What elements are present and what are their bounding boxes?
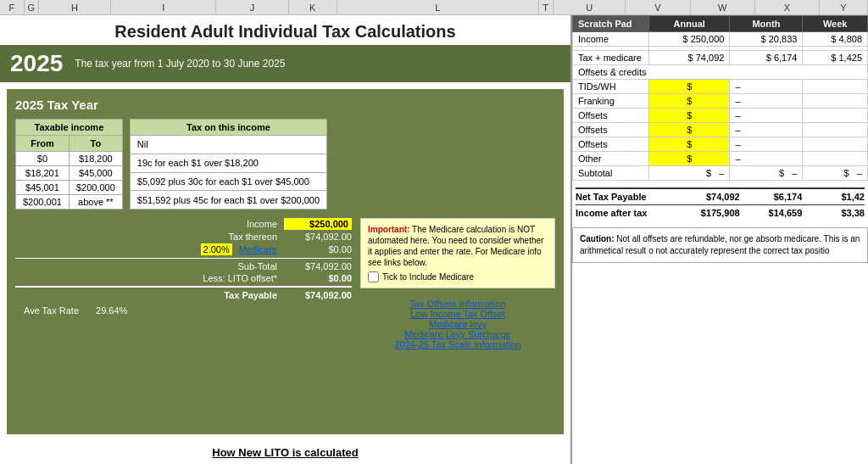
- calculation-area: Income $250,000 Tax thereon $74,092.00 2…: [15, 218, 555, 349]
- tax-year-card: 2025 Tax Year Taxable income From To $0$…: [7, 89, 564, 434]
- after-month: $14,659: [743, 208, 802, 218]
- franking-label: Franking: [573, 94, 649, 109]
- table-row: 19c for each $1 over $18,200: [130, 154, 326, 172]
- net-tax-section: Net Tax Payable $74,092 $6,174 $1,42 Inc…: [572, 187, 868, 221]
- net-week: $1,42: [805, 192, 865, 202]
- notice-box: Important: The Medicare calculation is N…: [360, 218, 555, 288]
- col-j: J: [216, 0, 289, 14]
- table-row: $51,592 plus 45c for each $1 over $200,0…: [130, 191, 326, 210]
- ave-tax-row: Ave Tax Rate 29.64%: [15, 305, 352, 316]
- income-row: Income $250,000: [15, 218, 352, 230]
- subtotal-month: $ –: [730, 166, 803, 181]
- subtotal-scratch-row: Subtotal $ – $ – $ –: [573, 166, 868, 181]
- other-row: Other $ –: [573, 152, 868, 166]
- offsets3-dollar[interactable]: $: [649, 137, 730, 152]
- tids-dollar[interactable]: $: [649, 80, 730, 94]
- annual-header: Annual: [649, 16, 730, 32]
- offsets1-dash: –: [730, 109, 803, 123]
- after-annual: $175,908: [681, 208, 740, 218]
- year-subtitle: The tax year from 1 July 2020 to 30 June…: [75, 58, 285, 70]
- col-v: V: [626, 0, 690, 14]
- franking-row: Franking $ –: [573, 94, 868, 109]
- link-tax-scale[interactable]: 2024-25 Tax Scale Information: [360, 339, 555, 349]
- medicare-row: 2.00% Medicare $0.00: [15, 243, 352, 255]
- tax-payable-row: Tax Payable $74,092.00: [15, 290, 352, 300]
- col-l: L: [337, 0, 539, 14]
- tax-week: $ 1,425: [803, 51, 868, 65]
- link-medicare-levy[interactable]: Medicare levy: [360, 319, 555, 329]
- offsets3-dash: –: [730, 137, 803, 152]
- lito-label: Less: LITO offset*: [203, 273, 277, 283]
- income-value[interactable]: $250,000: [284, 218, 352, 230]
- notice-bold: Important:: [368, 225, 409, 234]
- link-medicare-surcharge[interactable]: Medicare Levy Surcharge: [360, 329, 555, 339]
- left-spreadsheet-area: Resident Adult Individual Tax Calculatio…: [0, 15, 572, 464]
- franking-dollar[interactable]: $: [649, 94, 730, 109]
- tids-label: TIDs/WH: [573, 80, 649, 94]
- tids-dash: –: [730, 80, 803, 94]
- offsets1-row: Offsets $ –: [573, 109, 868, 123]
- offsets1-label: Offsets: [573, 109, 649, 123]
- income-scratch-label: Income: [573, 32, 649, 47]
- medicare-checkbox-row[interactable]: Tick to Include Medicare: [368, 271, 548, 282]
- net-tax-label: Net Tax Payable: [576, 192, 677, 202]
- tax-payable-value: $74,092.00: [284, 290, 352, 300]
- to-header: To: [69, 136, 122, 152]
- caution-text: Not all offsets are refundable, nor ge a…: [580, 234, 860, 255]
- medicare-percent[interactable]: 2.00%: [201, 243, 232, 255]
- caution-bold: Caution:: [580, 234, 615, 243]
- offsets3-label: Offsets: [573, 137, 649, 152]
- medicare-value: $0.00: [284, 244, 352, 254]
- week-header: Week: [803, 16, 868, 32]
- calc-left-panel: Income $250,000 Tax thereon $74,092.00 2…: [15, 218, 352, 349]
- subtotal-annual: $ –: [649, 166, 730, 181]
- subtotal-label: Sub-Total: [238, 261, 277, 271]
- year-number: 2025: [10, 50, 63, 77]
- col-k: K: [289, 0, 337, 14]
- lito-row: Less: LITO offset* $0.00: [15, 273, 352, 283]
- tids-row: TIDs/WH $ –: [573, 80, 868, 94]
- income-week: $ 4,808: [803, 32, 868, 47]
- offsets2-label: Offsets: [573, 123, 649, 137]
- medicare-checkbox-label: Tick to Include Medicare: [382, 271, 474, 282]
- link-tax-offsets[interactable]: Tax Offsets Information: [360, 299, 555, 309]
- franking-dash: –: [730, 94, 803, 109]
- income-table-header: Taxable income: [16, 120, 123, 136]
- offsets2-dollar[interactable]: $: [649, 123, 730, 137]
- net-tax-payable-row: Net Tax Payable $74,092 $6,174 $1,42: [576, 187, 865, 204]
- table-row: $18,201$45,000: [16, 166, 123, 181]
- other-dollar[interactable]: $: [649, 152, 730, 166]
- net-month: $6,174: [743, 192, 802, 202]
- table-row: $0$18,200: [16, 152, 123, 166]
- offsets1-dollar[interactable]: $: [649, 109, 730, 123]
- income-month: $ 20,833: [730, 32, 803, 47]
- scratch-pad-table: Scratch Pad Annual Month Week Income $ 2…: [572, 15, 868, 181]
- tax-month: $ 6,174: [730, 51, 803, 65]
- after-week: $3,38: [805, 208, 865, 218]
- col-t: T: [539, 0, 554, 14]
- right-scratch-pad-area: Scratch Pad Annual Month Week Income $ 2…: [572, 15, 868, 464]
- table-row: $200,001above **: [16, 195, 123, 210]
- column-headers: F G H I J K L T U V W X Y: [0, 0, 868, 15]
- offsets2-dash: –: [730, 123, 803, 137]
- subtotal-week: $ –: [803, 166, 868, 181]
- year-banner: 2025 The tax year from 1 July 2020 to 30…: [0, 45, 570, 82]
- tax-annual: $ 74,092: [649, 51, 730, 65]
- month-header: Month: [730, 16, 803, 32]
- medicare-checkbox[interactable]: [368, 271, 379, 282]
- offsets2-row: Offsets $ –: [573, 123, 868, 137]
- tax-on-income-table: Tax on this income Nil 19c for each $1 o…: [130, 119, 327, 210]
- tax-medicare-label: Tax + medicare: [573, 51, 649, 65]
- how-lito-section[interactable]: How New LITO is calculated: [0, 441, 570, 464]
- right-panel: Important: The Medicare calculation is N…: [360, 218, 555, 349]
- subtotal-scratch-label: Subtotal: [573, 166, 649, 181]
- income-scratch-row: Income $ 250,000 $ 20,833 $ 4,808: [573, 32, 868, 47]
- table-row: $45,001$200,000: [16, 181, 123, 195]
- page-title: Resident Adult Individual Tax Calculatio…: [0, 15, 570, 45]
- tax-year-card-title: 2025 Tax Year: [15, 98, 555, 112]
- link-low-income[interactable]: Low Income Tax Offset: [360, 309, 555, 319]
- col-i: I: [111, 0, 216, 14]
- medicare-label: Medicare: [239, 244, 277, 254]
- tax-table-header: Tax on this income: [130, 120, 326, 136]
- offsets-credits-row: Offsets & credits: [573, 65, 868, 80]
